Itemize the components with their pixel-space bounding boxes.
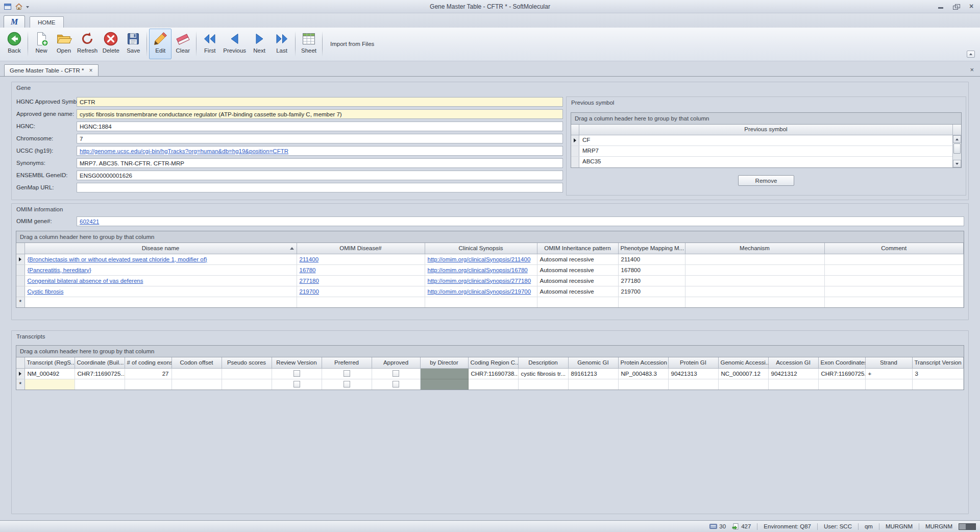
protein-gi-cell[interactable]: 90421313 (668, 368, 718, 379)
coding-region-cell[interactable]: CHR7:11690738... (468, 368, 518, 379)
ucsc-link[interactable]: http://genome.ucsc.edu/cgi-bin/hgTracks?… (80, 148, 288, 154)
by-director-cell[interactable] (420, 368, 468, 379)
chromosome-field[interactable]: 7 (77, 134, 563, 143)
phenotype-mapping-cell[interactable]: 277180 (618, 275, 685, 286)
collapse-ribbon-button[interactable] (967, 51, 975, 58)
coding-exons-cell[interactable]: 27 (125, 368, 172, 379)
coordinate-cell[interactable]: CHR7:11690725... (75, 368, 125, 379)
previous-symbol-row[interactable]: MRP7 (571, 146, 952, 157)
refresh-button[interactable]: Refresh (75, 29, 100, 59)
previous-symbol-row[interactable]: ABC35 (571, 157, 952, 167)
app-logo-icon[interactable] (4, 3, 12, 11)
inheritance-cell[interactable]: Autosomal recessive (537, 275, 618, 286)
approved-cell[interactable] (372, 368, 420, 379)
disease-link[interactable]: {Bronchiectasis with or without elevated… (28, 256, 207, 262)
description-cell[interactable]: cystic fibrosis tr... (518, 368, 568, 379)
col-protein-accession[interactable]: Protein Accession (618, 357, 668, 368)
scroll-up-button[interactable] (953, 135, 961, 143)
mechanism-cell[interactable] (685, 254, 824, 264)
previous-button[interactable]: Previous (221, 29, 248, 59)
clinical-synopsis-link[interactable]: http://omim.org/clinicalSynopsis/277180 (428, 278, 531, 284)
synonyms-field[interactable]: MRP7. ABC35. TNR-CFTR. CFTR-MRP (77, 158, 563, 168)
document-tab[interactable]: Gene Master Table - CFTR * × (4, 64, 99, 76)
omim-row[interactable]: Cystic fibrosis 219700 http://omim.org/c… (16, 286, 964, 297)
mechanism-cell[interactable] (685, 275, 824, 286)
omim-row[interactable]: {Pancreatitis, hereditary} 16780 http://… (16, 264, 964, 275)
transcript-new-row[interactable]: * (16, 379, 964, 390)
col-description[interactable]: Description (518, 357, 568, 368)
open-button[interactable]: Open (53, 29, 75, 59)
ucsc-field[interactable]: http://genome.ucsc.edu/cgi-bin/hgTracks?… (77, 146, 563, 156)
omim-col-mechanism[interactable]: Mechanism (685, 243, 824, 254)
scrollbar-thumb[interactable] (953, 143, 961, 154)
omim-col-disease-number[interactable]: OMIM Disease# (297, 243, 425, 254)
focused-new-cell[interactable] (24, 379, 75, 390)
checkbox[interactable] (344, 381, 350, 388)
omim-row[interactable]: {Bronchiectasis with or without elevated… (16, 254, 964, 264)
comment-cell[interactable] (824, 275, 964, 286)
omim-col-clinical-synopsis[interactable]: Clinical Synopsis (425, 243, 537, 254)
save-button[interactable]: Save (122, 29, 144, 59)
scrollbar-track[interactable] (953, 143, 961, 160)
phenotype-mapping-cell[interactable]: 167800 (618, 264, 685, 275)
restore-button[interactable] (952, 3, 960, 10)
sheet-button[interactable]: Sheet (298, 29, 320, 59)
omim-col-inheritance[interactable]: OMIM Inheritance pattern (537, 243, 618, 254)
disease-link[interactable]: Congenital bilateral absence of vas defe… (28, 278, 143, 284)
inheritance-cell[interactable]: Autosomal recessive (537, 264, 618, 275)
col-approved[interactable]: Approved (372, 357, 420, 368)
hgnc-approved-symbol-field[interactable]: CFTR (77, 97, 563, 107)
col-accession-gi[interactable]: Accession GI (768, 357, 818, 368)
col-exon-coordinates[interactable]: Exon Coordinates (818, 357, 865, 368)
disease-number-link[interactable]: 219700 (300, 288, 319, 295)
previous-symbol-column-header[interactable]: Previous symbol (579, 125, 952, 135)
minimize-button[interactable] (937, 3, 944, 10)
ensembl-geneid-field[interactable]: ENSG00000001626 (77, 171, 563, 180)
new-button[interactable]: New (30, 29, 53, 59)
transcript-row[interactable]: NM_000492 CHR7:11690725... 27 CHR7:11690… (16, 368, 964, 379)
col-protein-gi[interactable]: Protein GI (668, 357, 718, 368)
previous-symbol-row[interactable]: CF (571, 135, 952, 146)
checkbox[interactable] (293, 381, 300, 388)
mechanism-cell[interactable] (685, 286, 824, 297)
disease-link[interactable]: Cystic fibrosis (28, 288, 64, 295)
docbar-close-icon[interactable]: × (970, 66, 974, 73)
transcript-cell[interactable]: NM_000492 (24, 368, 75, 379)
omim-new-row[interactable]: * (16, 297, 964, 307)
mechanism-cell[interactable] (685, 264, 824, 275)
comment-cell[interactable] (824, 286, 964, 297)
checkbox[interactable] (393, 381, 399, 388)
genmap-url-field[interactable] (77, 183, 563, 192)
last-button[interactable]: Last (271, 29, 293, 59)
back-button[interactable]: Back (3, 29, 26, 59)
clear-button[interactable]: Clear (172, 29, 194, 59)
accession-gi-cell[interactable]: 90421312 (768, 368, 818, 379)
review-version-cell[interactable] (272, 368, 322, 379)
disease-number-link[interactable]: 211400 (300, 256, 319, 262)
comment-cell[interactable] (824, 254, 964, 264)
inheritance-cell[interactable]: Autosomal recessive (537, 286, 618, 297)
tab-home[interactable]: HOME (30, 16, 64, 28)
tab-close-icon[interactable]: × (89, 67, 93, 74)
transcript-version-cell[interactable]: 3 (912, 368, 964, 379)
col-codon-offset[interactable]: Codon offset (172, 357, 222, 368)
col-review-version[interactable]: Review Version (272, 357, 322, 368)
exon-coordinates-cell[interactable]: CHR7:11690725... (818, 368, 865, 379)
close-button[interactable]: × (968, 3, 975, 10)
omim-row[interactable]: Congenital bilateral absence of vas defe… (16, 275, 964, 286)
home-icon[interactable] (15, 3, 23, 11)
col-genomic-accession[interactable]: Genomic Accessi... (718, 357, 768, 368)
disease-number-link[interactable]: 16780 (300, 267, 316, 273)
col-strand[interactable]: Strand (865, 357, 912, 368)
col-coding-exons[interactable]: # of coding exons (125, 357, 172, 368)
phenotype-mapping-cell[interactable]: 219700 (618, 286, 685, 297)
clinical-synopsis-link[interactable]: http://omim.org/clinicalSynopsis/219700 (428, 288, 531, 295)
preferred-cell[interactable] (322, 368, 372, 379)
qat-dropdown-icon[interactable] (26, 6, 29, 8)
import-from-files-button[interactable]: Import from Files (325, 38, 380, 50)
checkbox[interactable] (293, 370, 300, 377)
col-coordinate[interactable]: Coordinate (Buil... (75, 357, 125, 368)
omim-col-phenotype-mapping[interactable]: Phenotype Mapping M... (618, 243, 685, 254)
col-genomic-gi[interactable]: Genomic GI (568, 357, 618, 368)
genomic-accession-cell[interactable]: NC_000007.12 (718, 368, 768, 379)
